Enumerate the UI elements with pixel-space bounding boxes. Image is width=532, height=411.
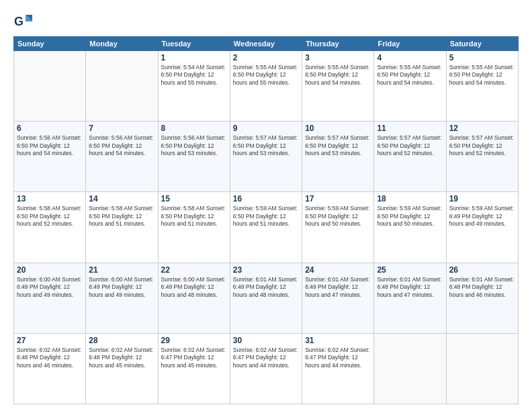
day-info: Sunrise: 6:01 AM Sunset: 6:48 PM Dayligh… [377,276,443,299]
day-info: Sunrise: 6:01 AM Sunset: 6:48 PM Dayligh… [449,276,515,299]
day-cell [86,51,158,122]
day-info: Sunrise: 5:55 AM Sunset: 6:50 PM Dayligh… [377,64,443,87]
day-cell: 26Sunrise: 6:01 AM Sunset: 6:48 PM Dayli… [446,263,518,333]
calendar: SundayMondayTuesdayWednesdayThursdayFrid… [13,36,519,404]
day-cell: 13Sunrise: 5:58 AM Sunset: 6:50 PM Dayli… [14,192,86,263]
day-cell: 25Sunrise: 6:01 AM Sunset: 6:48 PM Dayli… [374,263,446,333]
day-cell: 11Sunrise: 5:57 AM Sunset: 6:50 PM Dayli… [374,122,446,192]
day-info: Sunrise: 5:54 AM Sunset: 6:50 PM Dayligh… [161,64,227,87]
day-number: 17 [305,194,371,203]
day-info: Sunrise: 5:55 AM Sunset: 6:50 PM Dayligh… [305,64,371,87]
day-cell: 20Sunrise: 6:00 AM Sunset: 6:49 PM Dayli… [14,263,86,333]
header-cell-thursday: Thursday [302,37,374,51]
day-cell: 12Sunrise: 5:57 AM Sunset: 6:50 PM Dayli… [446,122,518,192]
day-info: Sunrise: 5:55 AM Sunset: 6:50 PM Dayligh… [449,64,515,87]
week-row-1: 6Sunrise: 5:56 AM Sunset: 6:50 PM Daylig… [14,122,519,192]
day-number: 28 [89,336,154,345]
day-info: Sunrise: 5:58 AM Sunset: 6:50 PM Dayligh… [161,205,227,228]
day-cell: 5Sunrise: 5:55 AM Sunset: 6:50 PM Daylig… [446,51,518,122]
day-cell: 15Sunrise: 5:58 AM Sunset: 6:50 PM Dayli… [158,192,230,263]
header-cell-saturday: Saturday [446,37,518,51]
day-number: 18 [377,194,443,203]
header-cell-friday: Friday [374,37,446,51]
svg-text:G: G [14,15,24,28]
day-info: Sunrise: 5:59 AM Sunset: 6:50 PM Dayligh… [377,205,443,228]
day-cell: 1Sunrise: 5:54 AM Sunset: 6:50 PM Daylig… [158,51,230,122]
day-cell: 7Sunrise: 5:56 AM Sunset: 6:50 PM Daylig… [86,122,158,192]
day-number: 26 [449,265,515,275]
day-number: 25 [377,265,443,275]
day-cell: 17Sunrise: 5:59 AM Sunset: 6:50 PM Dayli… [302,192,374,263]
day-number: 8 [161,124,227,133]
day-info: Sunrise: 5:58 AM Sunset: 6:50 PM Dayligh… [17,205,83,228]
day-number: 7 [89,124,154,133]
logo-icon: G [13,12,32,31]
day-cell: 31Sunrise: 6:02 AM Sunset: 6:47 PM Dayli… [302,333,374,404]
day-info: Sunrise: 6:02 AM Sunset: 6:47 PM Dayligh… [305,347,371,369]
calendar-body: 1Sunrise: 5:54 AM Sunset: 6:50 PM Daylig… [14,51,519,404]
day-number: 23 [233,265,299,275]
day-number: 19 [449,194,515,203]
day-cell: 30Sunrise: 6:02 AM Sunset: 6:47 PM Dayli… [230,333,302,404]
day-info: Sunrise: 6:02 AM Sunset: 6:47 PM Dayligh… [233,347,299,369]
header-cell-monday: Monday [86,37,158,51]
day-cell: 22Sunrise: 6:00 AM Sunset: 6:49 PM Dayli… [158,263,230,333]
day-number: 21 [89,265,154,275]
header-row: SundayMondayTuesdayWednesdayThursdayFrid… [14,37,519,51]
day-cell: 16Sunrise: 5:59 AM Sunset: 6:50 PM Dayli… [230,192,302,263]
day-number: 4 [377,53,443,62]
day-info: Sunrise: 5:58 AM Sunset: 6:50 PM Dayligh… [89,205,154,228]
day-cell: 18Sunrise: 5:59 AM Sunset: 6:50 PM Dayli… [374,192,446,263]
day-number: 5 [449,53,515,62]
day-cell: 6Sunrise: 5:56 AM Sunset: 6:50 PM Daylig… [14,122,86,192]
day-info: Sunrise: 5:57 AM Sunset: 6:50 PM Dayligh… [449,134,515,157]
day-number: 1 [161,53,227,62]
day-cell [14,51,86,122]
day-number: 20 [17,265,83,275]
day-info: Sunrise: 6:02 AM Sunset: 6:48 PM Dayligh… [17,347,83,369]
day-number: 16 [233,194,299,203]
day-number: 9 [233,124,299,133]
day-cell: 28Sunrise: 6:02 AM Sunset: 6:48 PM Dayli… [86,333,158,404]
day-cell: 4Sunrise: 5:55 AM Sunset: 6:50 PM Daylig… [374,51,446,122]
day-cell: 2Sunrise: 5:55 AM Sunset: 6:50 PM Daylig… [230,51,302,122]
day-info: Sunrise: 6:01 AM Sunset: 6:49 PM Dayligh… [305,276,371,299]
week-row-3: 20Sunrise: 6:00 AM Sunset: 6:49 PM Dayli… [14,263,519,333]
day-number: 13 [17,194,83,203]
day-cell: 8Sunrise: 5:56 AM Sunset: 6:50 PM Daylig… [158,122,230,192]
day-cell: 27Sunrise: 6:02 AM Sunset: 6:48 PM Dayli… [14,333,86,404]
day-cell: 21Sunrise: 6:00 AM Sunset: 6:49 PM Dayli… [86,263,158,333]
day-number: 24 [305,265,371,275]
calendar-header: SundayMondayTuesdayWednesdayThursdayFrid… [14,37,519,51]
day-info: Sunrise: 5:57 AM Sunset: 6:50 PM Dayligh… [377,134,443,157]
day-cell [374,333,446,404]
day-number: 11 [377,124,443,133]
day-info: Sunrise: 5:57 AM Sunset: 6:50 PM Dayligh… [233,134,299,157]
day-number: 27 [17,336,83,345]
day-cell: 29Sunrise: 6:02 AM Sunset: 6:47 PM Dayli… [158,333,230,404]
week-row-0: 1Sunrise: 5:54 AM Sunset: 6:50 PM Daylig… [14,51,519,122]
day-info: Sunrise: 6:02 AM Sunset: 6:48 PM Dayligh… [89,347,154,369]
day-info: Sunrise: 5:59 AM Sunset: 6:50 PM Dayligh… [233,205,299,228]
day-number: 3 [305,53,371,62]
day-info: Sunrise: 5:55 AM Sunset: 6:50 PM Dayligh… [233,64,299,87]
day-cell: 3Sunrise: 5:55 AM Sunset: 6:50 PM Daylig… [302,51,374,122]
day-info: Sunrise: 5:59 AM Sunset: 6:49 PM Dayligh… [449,205,515,228]
logo: G [13,12,35,31]
day-number: 6 [17,124,83,133]
day-number: 29 [161,336,227,345]
day-info: Sunrise: 5:59 AM Sunset: 6:50 PM Dayligh… [305,205,371,228]
day-info: Sunrise: 5:56 AM Sunset: 6:50 PM Dayligh… [161,134,227,157]
day-info: Sunrise: 6:00 AM Sunset: 6:49 PM Dayligh… [89,276,154,299]
day-number: 15 [161,194,227,203]
day-info: Sunrise: 5:56 AM Sunset: 6:50 PM Dayligh… [89,134,154,157]
header: G [13,12,519,31]
day-cell [446,333,518,404]
day-info: Sunrise: 6:01 AM Sunset: 6:49 PM Dayligh… [233,276,299,299]
header-cell-tuesday: Tuesday [158,37,230,51]
page: G SundayMondayTuesdayWednesdayThursdayFr… [0,0,532,411]
day-number: 10 [305,124,371,133]
day-cell: 23Sunrise: 6:01 AM Sunset: 6:49 PM Dayli… [230,263,302,333]
day-info: Sunrise: 5:57 AM Sunset: 6:50 PM Dayligh… [305,134,371,157]
day-number: 22 [161,265,227,275]
